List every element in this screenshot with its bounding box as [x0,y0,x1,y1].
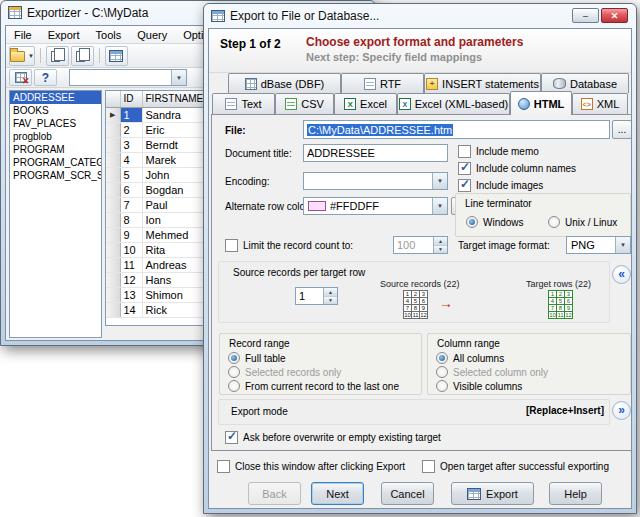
grid-cell[interactable]: 9 [120,227,142,242]
grid-cell[interactable]: Rita [142,242,207,257]
radio-all-columns[interactable]: All columns [436,352,504,364]
spin-down-button[interactable]: ▼ [434,246,447,254]
row-selector[interactable] [106,122,120,137]
grid-cell[interactable]: Andreas [142,257,207,272]
column-header-firstname[interactable]: FIRSTNAME [142,91,207,107]
grid-cell[interactable]: Berndt [142,137,207,152]
close-button[interactable]: ✕ [601,8,628,23]
row-selector-header[interactable] [106,91,120,107]
dropdown-button[interactable]: ▼ [615,237,630,253]
row-selector[interactable] [106,197,120,212]
menu-file[interactable]: File [6,27,40,43]
file-input[interactable]: C:\MyData\ADDRESSEE.htm [303,120,610,139]
record-limit-spinner[interactable]: 100 ▲ ▼ [393,236,448,254]
list-item[interactable]: progblob [10,130,101,143]
back-button[interactable]: Back [248,482,301,505]
tab-rtf[interactable]: RTF [341,73,424,93]
list-item[interactable]: PROGRAM [10,143,101,156]
include-memo-checkbox[interactable]: Include memo [458,145,539,158]
grid-cell[interactable]: 1 [120,107,142,122]
tab-excel[interactable]: Excel [334,93,397,114]
grid-cell[interactable]: 8 [120,212,142,227]
dropdown-button[interactable]: ▼ [432,198,447,214]
export-table-button[interactable] [105,46,128,66]
grid-cell[interactable]: 14 [120,302,142,317]
row-selector[interactable] [106,287,120,302]
cancel-button[interactable]: Cancel [381,482,434,505]
grid-cell[interactable]: Marek [142,152,207,167]
ask-before-overwrite-checkbox[interactable]: Ask before overwrite or empty existing t… [225,431,441,444]
minimize-button[interactable]: – [572,8,599,23]
tab-text[interactable]: Text [212,93,275,114]
dropdown-button[interactable]: ▼ [432,173,447,189]
collapse-panel-button[interactable]: « [612,265,631,284]
grid-cell[interactable]: Eric [142,122,207,137]
tab-xml[interactable]: XML [572,93,628,114]
open-target-after-checkbox[interactable]: Open target after successful exporting [422,460,609,473]
list-item[interactable]: BOOKS [10,104,101,117]
tab-insert-statements[interactable]: INSERT statements [424,73,541,93]
filter-dropdown-button[interactable]: ▼ [171,70,186,85]
grid-cell[interactable]: 11 [120,257,142,272]
tab-database[interactable]: Database [541,73,629,93]
grid-cell[interactable]: 7 [120,197,142,212]
column-header-id[interactable]: ID [120,91,142,107]
grid-cell[interactable]: Mehmed [142,227,207,242]
row-selector[interactable] [106,137,120,152]
close-table-button[interactable] [9,69,32,86]
radio-visible-columns[interactable]: Visible columns [436,380,522,392]
row-selector[interactable] [106,257,120,272]
help-dialog-button[interactable]: Help [549,482,602,505]
encoding-combobox[interactable]: ▼ [303,172,448,190]
menu-query[interactable]: Query [129,27,175,43]
target-image-format-combobox[interactable]: PNG ▼ [566,236,631,254]
copy-records-button[interactable] [71,46,94,66]
alternate-row-color-combobox[interactable]: #FFDDFF ▼ [303,197,448,215]
grid-cell[interactable]: Paul [142,197,207,212]
menu-tools[interactable]: Tools [88,27,130,43]
filter-combobox[interactable]: ▼ [69,69,187,86]
row-selector[interactable] [106,227,120,242]
include-images-checkbox[interactable]: Include images [458,179,543,192]
radio-selected-column-only[interactable]: Selected column only [436,366,548,378]
spin-up-button[interactable]: ▲ [324,288,337,297]
list-item[interactable]: PROGRAM_CATEGORY [10,156,101,169]
list-item[interactable]: PROGRAM_SCR_SHOT [10,169,101,182]
grid-cell[interactable]: 2 [120,122,142,137]
radio-full-table[interactable]: Full table [228,352,286,364]
tab-html[interactable]: HTML [510,91,572,115]
grid-cell[interactable]: 3 [120,137,142,152]
spin-down-button[interactable]: ▼ [324,297,337,305]
radio-selected-records-only[interactable]: Selected records only [228,366,341,378]
grid-cell[interactable]: Shimon [142,287,207,302]
spin-up-button[interactable]: ▲ [434,237,447,246]
grid-cell[interactable]: John [142,167,207,182]
radio-windows[interactable]: Windows [466,216,524,228]
grid-cell[interactable]: 5 [120,167,142,182]
limit-record-count-checkbox[interactable]: Limit the record count to: [225,239,353,252]
row-selector[interactable] [106,272,120,287]
dialog-titlebar[interactable]: Export to File or Database... – ✕ [204,4,636,27]
tab-excel-xml[interactable]: Excel (XML-based) [397,93,510,114]
records-per-row-spinner[interactable]: 1 ▲ ▼ [295,287,338,305]
help-button[interactable]: ? [34,69,57,86]
row-selector[interactable] [106,212,120,227]
menu-export[interactable]: Export [40,27,88,43]
radio-from-current-record[interactable]: From current record to the last one [228,380,399,392]
grid-cell[interactable]: Ion [142,212,207,227]
tab-dbase-dbf[interactable]: dBase (DBF) [228,73,341,93]
current-record-marker[interactable]: ▶ [106,107,120,122]
tab-csv[interactable]: CSV [275,93,334,114]
grid-cell[interactable]: 10 [120,242,142,257]
file-browse-button[interactable]: ... [612,120,632,139]
list-item[interactable]: FAV_PLACES [10,117,101,130]
grid-cell[interactable]: 13 [120,287,142,302]
row-selector[interactable] [106,302,120,317]
export-mode-options-button[interactable]: » [612,401,631,420]
grid-cell[interactable]: Bogdan [142,182,207,197]
radio-unix-linux[interactable]: Unix / Linux [548,216,617,228]
open-database-button[interactable]: ▼ [9,46,35,66]
grid-cell[interactable]: Rick [142,302,207,317]
grid-cell[interactable]: 6 [120,182,142,197]
document-title-input[interactable]: ADDRESSEE [303,144,448,162]
